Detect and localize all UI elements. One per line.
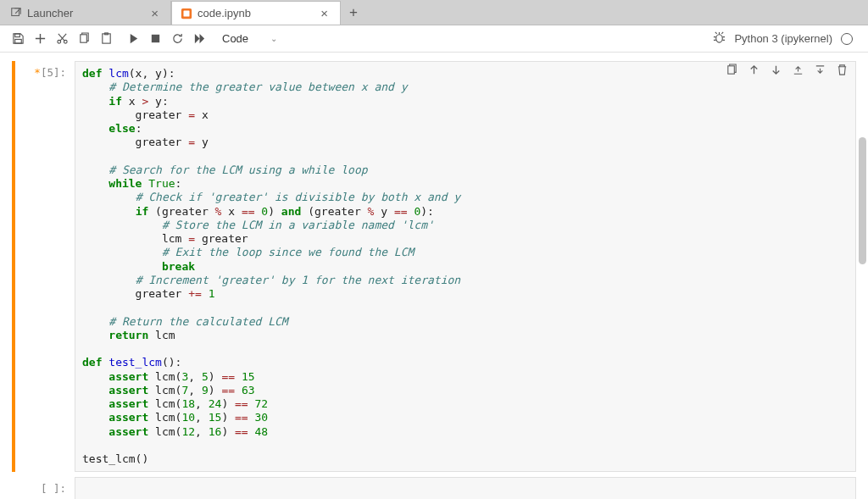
new-tab-button[interactable]: + (341, 1, 366, 25)
cut-button[interactable] (51, 28, 73, 50)
cell-type-selector[interactable]: Code ⌄ (217, 30, 282, 47)
svg-rect-4 (14, 39, 21, 43)
tab-label: Launcher (27, 7, 73, 19)
kernel-name[interactable]: Python 3 (ipykernel) (734, 32, 832, 45)
duplicate-cell-button[interactable] (721, 59, 743, 80)
code-cell[interactable]: [ ]: (12, 477, 856, 499)
cell-type-label: Code (222, 32, 248, 45)
notebook-toolbar: Code ⌄ Python 3 (ipykernel) (0, 25, 868, 53)
copy-button[interactable] (73, 28, 95, 50)
svg-rect-8 (102, 34, 109, 43)
close-icon[interactable]: × (317, 6, 331, 20)
tab-bar: Launcher × code.ipynb × + (0, 0, 868, 25)
notebook-icon (181, 8, 192, 19)
code-editor[interactable] (75, 477, 856, 499)
tab-label: code.ipynb (198, 7, 251, 19)
move-down-button[interactable] (765, 59, 787, 80)
restart-button[interactable] (166, 28, 188, 50)
notebook-body[interactable]: *[5]: def lcm(x, y): # Determine the gre… (0, 53, 868, 499)
cell-prompt: *[5]: (15, 61, 75, 472)
close-icon[interactable]: × (147, 6, 162, 20)
svg-rect-2 (184, 10, 190, 16)
tab-code-ipynb[interactable]: code.ipynb × (171, 1, 341, 25)
tab-launcher[interactable]: Launcher × (2, 1, 171, 25)
svg-rect-12 (727, 65, 734, 73)
svg-point-11 (716, 34, 723, 42)
save-button[interactable] (7, 28, 29, 50)
delete-cell-button[interactable] (831, 59, 853, 80)
restart-run-all-button[interactable] (188, 28, 210, 50)
svg-rect-0 (12, 8, 19, 16)
kernel-status-icon[interactable] (841, 33, 853, 45)
code-cell[interactable]: *[5]: def lcm(x, y): # Determine the gre… (12, 61, 856, 472)
run-button[interactable] (122, 28, 144, 50)
insert-below-button[interactable] (809, 59, 831, 80)
kernel-indicator: Python 3 (ipykernel) (713, 31, 861, 47)
cell-prompt: [ ]: (15, 477, 75, 499)
svg-rect-7 (80, 35, 86, 42)
cell-toolbar (721, 59, 853, 80)
svg-rect-10 (151, 35, 159, 42)
stop-button[interactable] (144, 28, 166, 50)
svg-rect-3 (14, 34, 19, 37)
add-cell-button[interactable] (29, 28, 51, 50)
bug-icon[interactable] (713, 31, 726, 47)
insert-above-button[interactable] (787, 59, 809, 80)
move-up-button[interactable] (743, 59, 765, 80)
paste-button[interactable] (95, 28, 117, 50)
external-link-icon (10, 7, 22, 19)
scrollbar-thumb[interactable] (859, 137, 866, 264)
scrollbar[interactable] (856, 53, 868, 499)
code-editor[interactable]: def lcm(x, y): # Determine the greater v… (75, 61, 856, 472)
chevron-down-icon: ⌄ (270, 34, 277, 43)
